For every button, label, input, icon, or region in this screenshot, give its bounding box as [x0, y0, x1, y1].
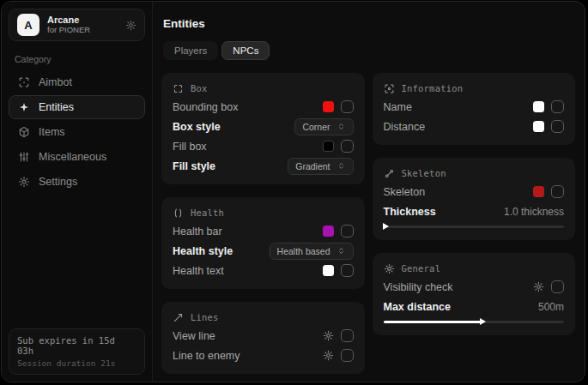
row-distance: Distance — [384, 117, 565, 136]
checkbox[interactable] — [341, 100, 354, 113]
gear-icon[interactable] — [323, 350, 334, 361]
sidebar-item-aimbot[interactable]: Aimbot — [9, 70, 145, 94]
color-swatch[interactable] — [533, 121, 544, 132]
gear-icon[interactable] — [533, 281, 544, 292]
row-controls — [323, 100, 354, 113]
row-controls: 1.0 thickness — [504, 206, 564, 218]
row-controls — [323, 225, 354, 238]
row-bounding-box: Bounding box — [173, 97, 354, 117]
card-header: Skeleton — [384, 165, 565, 182]
checkbox[interactable] — [551, 280, 564, 293]
checkbox[interactable] — [551, 100, 564, 113]
row-controls — [323, 329, 354, 342]
gear-icon[interactable] — [323, 330, 334, 341]
row-label: Fill box — [173, 141, 207, 153]
card-header: Information — [384, 80, 565, 97]
unfold-icon — [336, 246, 346, 256]
checkbox[interactable] — [341, 225, 354, 238]
row-controls: 500m — [538, 301, 564, 313]
entities-icon — [18, 101, 30, 113]
row-label: Bounding box — [173, 101, 238, 113]
card-title: Lines — [191, 312, 219, 322]
slider-fill — [384, 321, 483, 323]
checkbox[interactable] — [341, 140, 354, 153]
card-header: Lines — [173, 309, 354, 326]
category-label: Category — [15, 54, 139, 64]
dropdown-value: Gradient — [295, 161, 330, 171]
card-title: General — [402, 263, 441, 274]
sidebar-item-entities[interactable]: Entities — [9, 95, 145, 119]
bone-icon — [384, 168, 395, 179]
slider-handle[interactable] — [480, 318, 486, 325]
sidebar-item-label: Miscellaneous — [39, 151, 106, 163]
checkbox[interactable] — [341, 329, 354, 342]
checkbox[interactable] — [341, 264, 354, 277]
sidebar-nav: AimbotEntitiesItemsMiscellaneousSettings — [9, 70, 145, 194]
row-controls — [323, 140, 354, 153]
checkbox[interactable] — [341, 349, 354, 362]
checkbox[interactable] — [551, 120, 564, 133]
row-fill-box: Fill box — [173, 136, 354, 156]
gear-icon[interactable] — [125, 20, 136, 31]
card-lines: LinesView lineLine to enemy — [161, 302, 365, 374]
sidebar-item-items[interactable]: Items — [9, 120, 145, 144]
row-controls — [323, 264, 354, 277]
package-icon — [18, 126, 30, 138]
right-column: InformationNameDistanceSkeletonSkeletonT… — [373, 73, 576, 335]
subscription-card: Sub expires in 15d 03h Session duration … — [9, 328, 145, 375]
row-controls — [323, 349, 354, 362]
row-label: Line to enemy — [173, 350, 240, 362]
color-swatch[interactable] — [533, 101, 544, 112]
card-general: GeneralVisibility checkMax distance500m — [373, 253, 576, 335]
row-controls — [533, 185, 564, 198]
row-health-bar: Health bar — [173, 221, 354, 241]
parentheses-icon — [173, 208, 184, 219]
session-duration-text: Session duration 21s — [17, 358, 136, 368]
sub-expiry-text: Sub expires in 15d 03h — [17, 335, 136, 356]
health-style-dropdown[interactable]: Health based — [270, 243, 354, 260]
color-swatch[interactable] — [323, 101, 334, 112]
card-header: General — [384, 260, 565, 277]
slider-handle[interactable] — [383, 223, 389, 230]
tab-players[interactable]: Players — [163, 41, 218, 60]
row-thickness: Thickness1.0 thickness — [384, 202, 565, 221]
card-header: Health — [173, 204, 354, 221]
sidebar-item-label: Entities — [39, 101, 74, 113]
color-swatch[interactable] — [323, 141, 334, 152]
card-title: Box — [191, 83, 208, 93]
color-swatch[interactable] — [323, 265, 334, 276]
app-logo: A — [17, 14, 39, 36]
unfold-icon — [336, 122, 346, 131]
row-line-to-enemy: Line to enemy — [173, 346, 354, 365]
page-title: Entities — [163, 17, 575, 30]
tab-npcs[interactable]: NPCs — [221, 41, 270, 60]
row-controls — [533, 100, 564, 113]
row-health-style: Health styleHealth based — [173, 241, 354, 261]
row-visibility-check: Visibility check — [384, 277, 565, 297]
brand-card: A Arcane for PIONER — [9, 9, 145, 41]
row-name: Name — [384, 97, 565, 117]
sun-icon — [384, 263, 395, 274]
max-distance-value: 500m — [538, 301, 564, 313]
checkbox[interactable] — [551, 185, 564, 198]
row-health-text: Health text — [173, 261, 354, 280]
max-distance-slider[interactable] — [384, 317, 565, 327]
corner-brackets-icon — [173, 83, 184, 94]
row-controls: Gradient — [288, 158, 353, 175]
card-header: Box — [173, 80, 354, 97]
color-swatch[interactable] — [323, 226, 334, 237]
card-skeleton: SkeletonSkeletonThickness1.0 thickness — [373, 158, 576, 240]
sliders-icon — [18, 151, 30, 163]
thickness-slider[interactable] — [384, 222, 565, 232]
sidebar-item-settings[interactable]: Settings — [9, 170, 145, 194]
row-view-line: View line — [173, 326, 354, 346]
brand-text: Arcane for PIONER — [47, 15, 90, 36]
fill-style-dropdown[interactable]: Gradient — [288, 158, 353, 175]
color-swatch[interactable] — [533, 186, 544, 197]
main-panel: Entities PlayersNPCs BoxBounding boxBox … — [153, 2, 585, 382]
sidebar-item-miscellaneous[interactable]: Miscellaneous — [9, 145, 145, 169]
row-label: Fill style — [173, 160, 215, 172]
row-label: View line — [173, 330, 215, 342]
box-style-dropdown[interactable]: Corner — [294, 118, 353, 135]
row-controls — [533, 280, 564, 293]
